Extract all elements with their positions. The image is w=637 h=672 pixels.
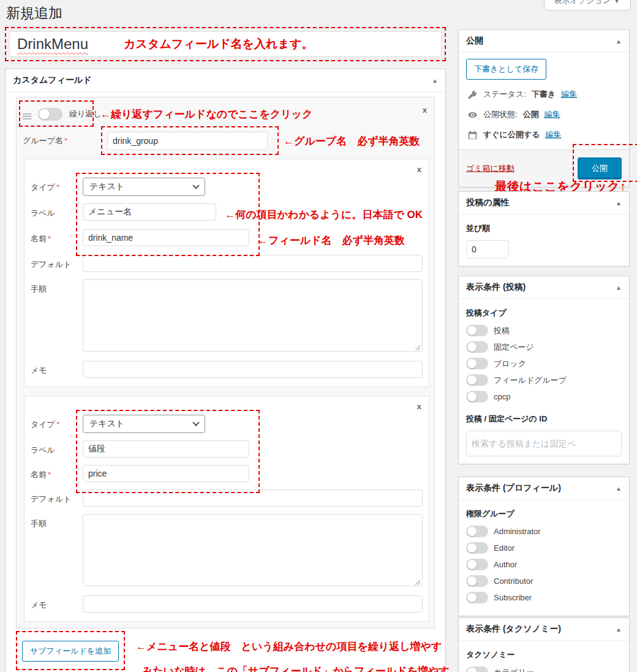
attributes-panel-header[interactable]: 投稿の属性 ▲	[459, 192, 629, 214]
default-input[interactable]	[83, 255, 423, 272]
attributes-panel-body: 並び順	[459, 214, 629, 266]
name-input[interactable]	[83, 465, 249, 482]
collapse-icon[interactable]: ▲	[616, 485, 622, 492]
instruction-label: 手順	[31, 279, 83, 295]
repeat-label: 繰り返し	[69, 108, 102, 119]
field-close-icon[interactable]: x	[417, 402, 421, 410]
group-close-icon[interactable]: x	[423, 106, 427, 114]
post-type-label: 投稿タイプ	[466, 308, 622, 319]
toggle-switch[interactable]	[466, 575, 488, 587]
schedule-edit-link[interactable]: 編集	[546, 129, 562, 140]
visibility-edit-link[interactable]: 編集	[545, 109, 560, 120]
condition-taxonomy-panel-header[interactable]: 表示条件 (タクソノミー) ▲	[459, 618, 629, 641]
condition-post-panel-body: 投稿タイプ 投稿 固定ページ ブロック フィールドグループ cpcp 投稿 / …	[459, 299, 629, 464]
screen-options-button[interactable]: 表示オプション ▼	[544, 0, 631, 10]
toggle-switch[interactable]	[466, 592, 488, 603]
type-select[interactable]: テキスト	[83, 415, 205, 433]
publish-panel-body: 下書きとして保存 ステータス: 下書き 編集 公開状態: 公開 編集 すぐに公開…	[459, 53, 629, 187]
toggle-switch[interactable]	[466, 666, 488, 672]
publish-panel: 公開 ▲ 下書きとして保存 ステータス: 下書き 編集 公開状態: 公開 編集 …	[458, 29, 630, 187]
post-type-toggle-row: 固定ページ	[466, 341, 622, 353]
notes-input[interactable]	[83, 595, 423, 613]
collapse-icon[interactable]: ▲	[616, 38, 622, 45]
toggle-switch[interactable]	[466, 542, 488, 554]
instruction-textarea[interactable]	[83, 279, 423, 352]
toggle-switch[interactable]	[466, 325, 488, 336]
label-input[interactable]	[83, 203, 216, 221]
post-id-search-input[interactable]	[466, 431, 622, 456]
drag-handle-icon[interactable]	[23, 113, 31, 115]
trash-link[interactable]: ゴミ箱に移動	[466, 163, 514, 174]
toggle-switch[interactable]	[466, 391, 488, 402]
role-toggle-row: Author	[466, 559, 622, 570]
wp-admin-page: 新規追加 表示オプション ▼ DrinkMenu カスタムフィールド名を入れます…	[0, 0, 637, 672]
publish-button[interactable]: 公開	[578, 157, 622, 179]
attributes-panel: 投稿の属性 ▲ 並び順	[458, 191, 630, 266]
name-label: 名前*	[31, 229, 83, 244]
required-asterisk: *	[56, 420, 59, 429]
taxonomy-toggle-row: カテゴリー	[466, 666, 622, 672]
instruction-row: 手順	[31, 514, 423, 588]
default-input[interactable]	[83, 489, 423, 507]
type-row: タイプ* テキスト	[31, 415, 423, 433]
type-select[interactable]: テキスト	[83, 178, 205, 196]
attributes-panel-title: 投稿の属性	[466, 197, 509, 208]
label-input[interactable]	[83, 440, 249, 458]
label-row: ラベル ←何の項目かわかるように。日本語で OK	[31, 203, 423, 222]
name-input[interactable]	[83, 229, 249, 246]
role-toggle-row: Subscriber	[466, 592, 622, 603]
field-block-header: x	[31, 163, 423, 178]
toggle-switch[interactable]	[466, 559, 488, 570]
post-id-label: 投稿 / 固定ページの ID	[466, 413, 622, 425]
instruction-label: 手順	[31, 514, 83, 529]
toggle-label: Author	[494, 560, 517, 569]
status-edit-link[interactable]: 編集	[561, 89, 577, 100]
label-label: ラベル	[31, 203, 83, 219]
post-title-input[interactable]: DrinkMenu カスタムフィールド名を入れます。	[9, 31, 442, 57]
collapse-icon[interactable]: ▲	[616, 200, 622, 206]
toggle-label: 固定ページ	[494, 342, 534, 353]
schedule-text: すぐに公開する	[483, 129, 540, 140]
condition-post-panel-title: 表示条件 (投稿)	[466, 282, 526, 293]
condition-post-panel-header[interactable]: 表示条件 (投稿) ▲	[459, 276, 629, 299]
order-input[interactable]	[466, 240, 509, 259]
metabox-title: カスタムフィールド	[13, 75, 92, 86]
toggle-label: 投稿	[494, 325, 510, 336]
notes-row: メモ	[31, 361, 423, 378]
save-draft-button[interactable]: 下書きとして保存	[466, 59, 546, 80]
collapse-icon[interactable]: ▲	[616, 626, 622, 633]
field-close-icon[interactable]: x	[417, 165, 421, 173]
post-type-toggle-row: ブロック	[466, 358, 622, 369]
toggle-switch[interactable]	[466, 341, 488, 353]
toggle-switch[interactable]	[466, 358, 488, 369]
post-type-toggle-row: 投稿	[466, 325, 622, 336]
chevron-down-icon	[192, 419, 199, 426]
condition-post-panel: 表示条件 (投稿) ▲ 投稿タイプ 投稿 固定ページ ブロック フィールドグルー…	[458, 276, 630, 464]
role-toggle-row: Administrator	[466, 526, 622, 537]
name-annotation: ←フィールド名 必ず半角英数	[258, 229, 405, 247]
condition-taxonomy-panel: 表示条件 (タクソノミー) ▲ タクソノミー カテゴリー	[458, 617, 630, 672]
add-subfield-button[interactable]: サブフィールドを追加	[22, 641, 119, 662]
toggle-switch[interactable]	[466, 374, 488, 386]
field-block: x タイプ* テキスト ラベル 名前*	[24, 396, 429, 622]
visibility-value: 公開	[523, 109, 539, 120]
collapse-icon[interactable]: ▲	[432, 77, 438, 84]
required-asterisk: *	[48, 234, 51, 243]
group-name-row: グループ名* ←グループ名 必ず半角英数	[17, 132, 434, 150]
calendar-icon	[467, 130, 478, 140]
required-asterisk: *	[64, 136, 67, 145]
collapse-icon[interactable]: ▲	[616, 284, 622, 291]
repeat-toggle[interactable]	[38, 108, 62, 121]
title-annotation-box: DrinkMenu カスタムフィールド名を入れます。	[5, 27, 446, 61]
page-title: 新規追加	[6, 4, 62, 23]
notes-input[interactable]	[83, 361, 423, 378]
type-select-value: テキスト	[89, 181, 124, 192]
condition-profile-panel-header[interactable]: 表示条件 (プロフィール) ▲	[459, 477, 629, 500]
group-name-input[interactable]	[107, 132, 268, 150]
instruction-textarea[interactable]	[83, 514, 423, 586]
toggle-switch[interactable]	[466, 526, 488, 537]
required-asterisk: *	[56, 183, 59, 192]
field-block: x タイプ* テキスト ラベル ←何の項目かわかるように。日本語で OK	[24, 159, 429, 387]
publish-panel-header[interactable]: 公開 ▲	[459, 30, 629, 53]
metabox-header[interactable]: カスタムフィールド ▲	[6, 69, 445, 92]
